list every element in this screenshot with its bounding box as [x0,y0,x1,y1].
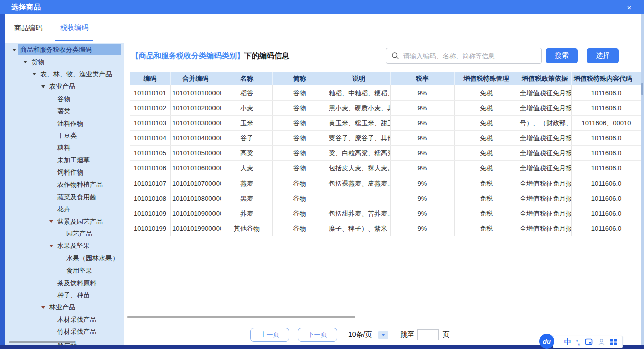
baidu-ime-logo[interactable]: du [539,334,554,349]
cell-name: 稻谷 [221,85,273,100]
table-row[interactable]: 1010101031010101030000000000玉米谷物黄玉米、糯玉米、… [130,116,641,131]
tree-item[interactable]: 木材采伐产品 [5,314,124,326]
column-header: 简称 [273,72,327,85]
tree-item-label: 木材采伐产品 [55,314,98,325]
table-row[interactable]: 1010101051010101050000000000高粱谷物粱、白粒高粱、糯… [130,146,641,161]
table-row[interactable]: 1010101081010101080000000000黑麦谷物9%免税全增值税… [130,191,641,206]
tree-item[interactable]: 饲料作物 [5,166,124,179]
cell-tax-rate: 9% [391,176,455,191]
chevron-down-icon [47,240,55,252]
keyboard-icon[interactable] [585,338,593,346]
tree-item-label: 农业产品 [47,81,77,92]
table-row[interactable]: 1010101091010101090000000000荞麦谷物包括甜荞麦、苦荞… [130,206,641,221]
tab-product-code[interactable]: 商品编码 [9,15,47,41]
tree-panel: 商品和服务税收分类编码货物农、林、牧、渔业类产品农业产品谷物薯类油料作物干豆类糖… [5,43,124,345]
tree-item[interactable]: 薯类 [5,105,124,117]
close-icon[interactable]: × [625,3,634,12]
tree-item[interactable]: 花卉 [5,203,124,215]
tree-item[interactable]: 油料作物 [5,117,124,129]
page-size-label: 10条/页 [348,330,372,339]
tree-item[interactable]: 茶及饮料原料 [5,277,124,289]
cell-description: 粱、白粒高粱、糯高粱、 [327,146,391,160]
tree-item[interactable]: 农、林、牧、渔业类产品 [5,68,124,80]
cell-short-name: 谷物 [273,146,327,160]
tree-item[interactable]: 未加工烟草 [5,154,124,166]
cell-tax-rate: 9% [391,221,455,236]
tree-horizontal-scrollbar[interactable] [9,341,75,343]
grid-menu-icon[interactable] [610,338,617,346]
tree-item[interactable]: 货物 [5,56,124,68]
window-title: 选择商品 [11,3,41,12]
cell-tax-rate: 9% [391,206,455,221]
cell-vat-special-management: 免税 [455,176,518,191]
cell-name: 大麦 [221,161,273,176]
cell-description: 粟谷子、糜谷子、其他谷 [327,131,391,145]
cell-vat-special-management: 免税 [455,146,518,160]
tree-item[interactable]: 农作物种植产品 [5,179,124,191]
tree-item[interactable]: 干豆类 [5,130,124,142]
table-row[interactable]: 1010101991010101990000000000其他谷物谷物糜子、稗子）… [130,221,641,236]
cell-name: 荞麦 [221,206,273,221]
table-row[interactable]: 1010101021010101020000000000小麦谷物黑小麦、硬质小麦… [130,101,641,116]
tree-item[interactable]: 种子、种苗 [5,289,124,301]
table-row[interactable]: 1010101041010101040000000000谷子谷物粟谷子、糜谷子、… [130,131,641,146]
tree-item[interactable]: 盆景及园艺产品 [5,215,124,227]
cell-name: 高粱 [221,146,273,160]
cell-name: 燕麦 [221,176,273,191]
tree-item[interactable]: 食用坚果 [5,265,124,277]
tree-item[interactable]: 林业产品 [5,301,124,313]
chevron-down-icon[interactable] [378,331,388,339]
next-page-button[interactable]: 下一页 [298,328,337,342]
cell-tax-rate: 9% [391,131,455,145]
tree-item-label: 饲料作物 [55,167,85,178]
tab-tax-code[interactable]: 税收编码 [55,15,93,41]
table-header-row: 编码合并编码名称简称说明税率增值税特殊管理增值税政策依据增值税特殊内容代码 [130,72,641,85]
tree-item[interactable]: 商品和服务税收分类编码 [5,44,124,56]
jump-page-input[interactable] [417,329,439,340]
vertical-scrollbar-thumb[interactable] [641,83,643,95]
chevron-down-icon [39,301,47,313]
cell-vat-policy-basis: 全增值税征免月报的 [518,161,572,176]
prev-page-button[interactable]: 上一页 [250,328,289,342]
ime-chinese-mode[interactable]: 中 [564,338,571,347]
cell-description: 包括皮大麦、裸大麦。 [327,161,391,176]
cell-vat-policy-basis: 全增值税征免月报的 [518,176,572,191]
tree-item[interactable]: 园艺产品 [5,228,124,240]
cell-short-name: 谷物 [273,116,327,130]
search-input[interactable] [402,52,536,60]
tree-item[interactable]: 水果（园林水果） [5,252,124,265]
table-row[interactable]: 1010101071010101070000000000燕麦谷物包括裸燕麦、皮燕… [130,176,641,191]
tree-item[interactable]: 蔬菜及食用菌 [5,191,124,203]
select-product-dialog: 选择商品 × 商品编码 税收编码 商品和服务税收分类编码货物农、林、牧、渔业类产… [0,0,644,349]
window-titlebar: 选择商品 × [0,0,644,14]
table-row[interactable]: 1010101011010101010000000000稻谷谷物籼稻、中籼稻、粳… [130,85,641,101]
select-button[interactable]: 选择 [587,48,619,63]
cell-name: 其他谷物 [221,221,273,236]
tree-item[interactable]: 竹材采伐产品 [5,326,124,338]
cell-vat-special-management: 免税 [455,191,518,206]
cell-description: 黄玉米、糯玉米、甜玉米 [327,116,391,130]
column-header: 税率 [391,72,455,85]
cell-description: 包括裸燕麦、皮燕麦。 [327,176,391,191]
tree-item[interactable]: 谷物 [5,93,124,105]
cell-merged-code: 1010101030000000000 [171,116,221,130]
table-horizontal-scrollbar[interactable] [127,316,355,318]
tree-item[interactable]: 水果及坚果 [5,240,124,252]
chevron-down-icon [10,44,18,56]
column-header: 增值税政策依据 [518,72,572,85]
table-row[interactable]: 1010101061010101060000000000大麦谷物包括皮大麦、裸大… [130,161,641,176]
column-header: 说明 [327,72,391,85]
main-header: 【商品和服务税收分类编码类别】下的编码信息 搜索 选择 [131,46,619,65]
search-button[interactable]: 搜索 [546,48,578,63]
cell-vat-special-management: 免税 [455,116,518,130]
tree-item-label: 竹材采伐产品 [55,326,98,337]
user-icon[interactable] [598,338,605,346]
cell-code: 101010199 [130,221,171,236]
chevron-down-icon [47,215,55,227]
cell-merged-code: 1010101070000000000 [171,176,221,191]
tree-item[interactable]: 糖料 [5,142,124,154]
tree-item-label: 水果及坚果 [55,240,92,251]
cell-vat-special-content: 1011606.0 [572,101,641,115]
tree-item[interactable]: 农业产品 [5,80,124,93]
ime-punctuation-icon[interactable]: ’, [576,338,580,346]
